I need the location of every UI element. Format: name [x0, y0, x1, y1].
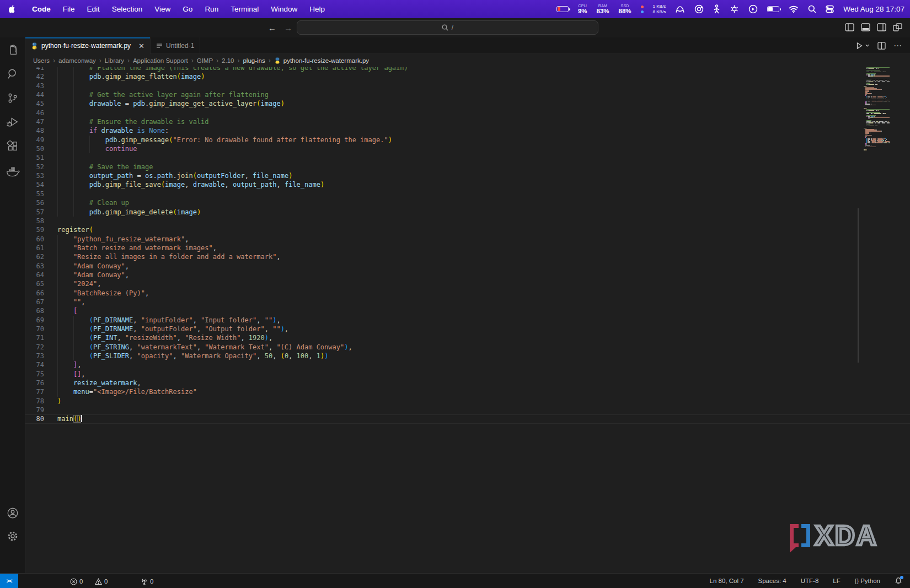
line-number[interactable]: 63 [25, 262, 44, 271]
remote-indicator[interactable]: >< [0, 574, 18, 588]
line-number[interactable]: 59 [25, 225, 44, 234]
code-line[interactable]: 57 pdb.gimp_image_delete(image) [25, 208, 910, 217]
line-number[interactable]: 48 [25, 126, 44, 135]
language-mode[interactable]: { } Python [855, 578, 880, 584]
line-number[interactable]: 57 [25, 208, 44, 217]
code-line[interactable]: 45 drawable = pdb.gimp_image_get_active_… [25, 99, 910, 108]
line-number[interactable]: 76 [25, 379, 44, 387]
line-number[interactable]: 55 [25, 190, 44, 198]
problems-errors[interactable]: 0 [70, 574, 83, 588]
line-number[interactable]: 47 [25, 117, 44, 126]
breadcrumb-item[interactable]: 2.10 [222, 57, 234, 64]
code-line[interactable]: 48 if drawable is None: [25, 126, 910, 135]
cursor-position[interactable]: Ln 80, Col 7 [710, 578, 744, 584]
menu-item-window[interactable]: Window [265, 5, 303, 13]
menu-item-edit[interactable]: Edit [81, 5, 106, 13]
explorer-icon[interactable] [7, 44, 19, 56]
menu-item-help[interactable]: Help [303, 5, 331, 13]
code-line[interactable]: 44 # Get the active layer again after fl… [25, 90, 910, 99]
line-number[interactable]: 61 [25, 244, 44, 252]
code-line[interactable]: 78) [25, 397, 910, 406]
code-line[interactable]: 55 [25, 190, 910, 198]
code-line[interactable]: 66 "BatchResize (Py)", [25, 289, 910, 298]
menu-item-go[interactable]: Go [176, 5, 199, 13]
problems-warnings[interactable]: 0 [95, 574, 108, 588]
arc-icon[interactable] [675, 5, 685, 14]
line-number[interactable]: 45 [25, 99, 44, 108]
line-number[interactable]: 50 [25, 144, 44, 153]
code-line[interactable]: 62 "Resize all images in a folder and ad… [25, 252, 910, 261]
line-number[interactable]: 78 [25, 397, 44, 406]
line-number[interactable]: 43 [25, 82, 44, 90]
code-line[interactable]: 46 [25, 109, 910, 117]
code-line[interactable]: 58 [25, 217, 910, 225]
search-icon[interactable] [7, 68, 19, 80]
code-line[interactable]: 76 resize_watermark, [25, 379, 910, 387]
ram-stat[interactable]: RAM 83% [597, 4, 609, 15]
line-number[interactable]: 42 [25, 72, 44, 81]
code-line[interactable]: 79 [25, 406, 910, 414]
code-line[interactable]: 51 [25, 153, 910, 162]
toggle-sidebar-icon[interactable] [845, 23, 854, 31]
line-number[interactable]: 60 [25, 235, 44, 244]
line-number[interactable]: 52 [25, 163, 44, 171]
indentation-setting[interactable]: Spaces: 4 [758, 578, 786, 584]
breadcrumb-item[interactable]: plug-ins [243, 57, 265, 64]
line-number[interactable]: 49 [25, 136, 44, 144]
battery-low-icon[interactable] [556, 6, 569, 12]
notifications-bell[interactable] [895, 577, 902, 585]
battery-icon[interactable] [767, 6, 779, 12]
code-line[interactable]: 67 "", [25, 298, 910, 306]
apple-menu-icon[interactable] [9, 5, 16, 14]
breadcrumb-item[interactable]: GIMP [197, 57, 213, 64]
close-tab-icon[interactable]: ✕ [138, 42, 144, 50]
minimap[interactable] [864, 67, 890, 150]
code-line[interactable]: 69 (PF_DIRNAME, "inputFolder", "Input fo… [25, 316, 910, 325]
code-line[interactable]: 75 [], [25, 370, 910, 379]
line-number[interactable]: 65 [25, 279, 44, 288]
code-line[interactable]: 74 ], [25, 360, 910, 369]
breadcrumb-item[interactable]: Library [105, 57, 124, 64]
breadcrumb-file[interactable]: python-fu-resize-watermark.py [274, 57, 369, 64]
control-center-icon[interactable] [826, 5, 834, 13]
line-number[interactable]: 62 [25, 252, 44, 261]
go-back-button[interactable]: ← [268, 23, 276, 33]
docker-icon[interactable] [7, 165, 20, 177]
code-line[interactable]: 77 menu="<Image>/File/BatchResize" [25, 387, 910, 396]
code-line[interactable]: 56 # Clean up [25, 198, 910, 207]
ports-forwarded[interactable]: 0 [141, 574, 153, 588]
code-editor[interactable]: 41 # Flatten the image (This creates a n… [25, 67, 910, 573]
eol-setting[interactable]: LF [833, 578, 840, 584]
code-line[interactable]: 42 pdb.gimp_image_flatten(image) [25, 72, 910, 81]
code-line[interactable]: 53 output_path = os.path.join(outputFold… [25, 171, 910, 180]
line-number[interactable]: 41 [25, 67, 44, 72]
code-line[interactable]: 41 # Flatten the image (This creates a n… [25, 67, 910, 72]
menu-item-selection[interactable]: Selection [106, 5, 149, 13]
run-python-file-button[interactable] [855, 42, 870, 50]
line-number[interactable]: 68 [25, 306, 44, 315]
spotlight-search-icon[interactable] [808, 5, 816, 13]
lens-icon[interactable] [694, 4, 704, 14]
code-line[interactable]: 54 pdb.gimp_file_save(image, drawable, o… [25, 180, 910, 189]
toggle-secondary-sidebar-icon[interactable] [877, 23, 886, 31]
source-control-icon[interactable] [7, 92, 19, 104]
line-number[interactable]: 79 [25, 406, 44, 414]
extensions-icon[interactable] [7, 141, 19, 153]
line-number[interactable]: 56 [25, 198, 44, 207]
line-number[interactable]: 71 [25, 333, 44, 342]
code-line[interactable]: 43 [25, 82, 910, 90]
code-line[interactable]: 71 (PF_INT, "resizeWidth", "Resize Width… [25, 333, 910, 342]
customize-layout-icon[interactable] [893, 23, 902, 31]
code-line[interactable]: 68 [ [25, 306, 910, 315]
code-line[interactable]: 60 "python_fu_resize_watermark", [25, 235, 910, 244]
line-number[interactable]: 44 [25, 90, 44, 99]
account-icon[interactable] [7, 507, 19, 519]
code-line[interactable]: 47 # Ensure the drawable is valid [25, 117, 910, 126]
line-number[interactable]: 53 [25, 171, 44, 180]
tab-untitled[interactable]: Untitled-1 [151, 37, 200, 54]
code-line[interactable]: 80main() [25, 414, 910, 423]
menu-item-terminal[interactable]: Terminal [224, 5, 265, 13]
menu-bar-clock[interactable]: Wed Aug 28 17:07 [843, 5, 904, 13]
menu-item-run[interactable]: Run [199, 5, 224, 13]
code-line[interactable]: 64 "Adam Conway", [25, 271, 910, 279]
